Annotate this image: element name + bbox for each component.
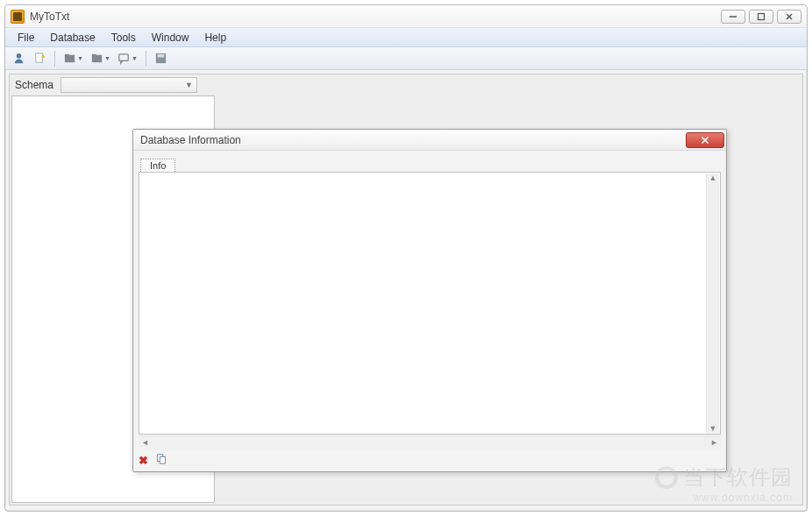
delete-button[interactable]: ✖ — [139, 454, 148, 467]
close-icon — [701, 136, 709, 145]
svg-rect-9 — [92, 54, 96, 57]
menu-window[interactable]: Window — [145, 30, 196, 46]
chevron-down-icon: ▼ — [185, 81, 193, 89]
svg-rect-7 — [65, 54, 69, 57]
svg-rect-5 — [35, 53, 42, 62]
scroll-up-icon: ▲ — [709, 173, 717, 182]
menu-database[interactable]: Database — [43, 30, 102, 46]
folder-icon — [63, 52, 76, 65]
app-icon — [11, 10, 25, 24]
chevron-down-icon: ▼ — [77, 55, 83, 61]
svg-rect-10 — [119, 54, 128, 61]
chevron-down-icon: ▼ — [104, 55, 110, 61]
tab-info[interactable]: Info — [140, 159, 175, 172]
database-information-dialog: Database Information Info ▲ ▼ ◄ ► ✖ — [132, 129, 727, 472]
dialog-footer: ✖ — [139, 452, 167, 468]
close-button[interactable] — [777, 10, 801, 24]
dialog-title: Database Information — [140, 134, 686, 146]
person-icon — [12, 52, 25, 65]
delete-icon: ✖ — [139, 454, 148, 467]
close-icon — [785, 12, 794, 21]
message-icon — [118, 52, 131, 65]
minimize-icon — [729, 12, 737, 21]
toolbar-disk-button[interactable] — [153, 51, 169, 67]
toolbar-query-button[interactable]: ▼ — [117, 51, 139, 67]
toolbar-connect-button[interactable] — [11, 51, 26, 67]
maximize-button[interactable] — [749, 10, 773, 24]
disk-icon — [154, 52, 167, 65]
toolbar-new-button[interactable] — [32, 51, 47, 67]
window-controls — [721, 10, 801, 24]
horizontal-scrollbar[interactable]: ◄ ► — [139, 435, 721, 449]
toolbar-separator — [54, 51, 55, 67]
svg-rect-16 — [160, 456, 165, 463]
scroll-down-icon: ▼ — [709, 424, 717, 433]
copy-icon — [155, 453, 167, 465]
scroll-right-icon: ► — [710, 438, 718, 447]
svg-point-4 — [16, 53, 21, 59]
chevron-down-icon: ▼ — [132, 55, 138, 61]
toolbar: ▼ ▼ ▼ — [5, 47, 807, 70]
folder-icon — [90, 52, 103, 65]
scroll-left-icon: ◄ — [141, 438, 149, 447]
schema-bar: Schema ▼ — [11, 76, 197, 94]
menubar: File Database Tools Window Help — [5, 28, 807, 47]
dialog-close-button[interactable] — [686, 132, 724, 148]
menu-tools[interactable]: Tools — [104, 30, 143, 46]
titlebar: MyToTxt — [5, 5, 807, 28]
schema-combobox[interactable]: ▼ — [61, 77, 197, 93]
document-sparkle-icon — [33, 52, 46, 65]
toolbar-separator — [146, 51, 146, 67]
svg-rect-12 — [158, 54, 165, 58]
dialog-titlebar: Database Information — [133, 130, 726, 151]
menu-help[interactable]: Help — [197, 30, 233, 46]
vertical-scrollbar[interactable]: ▲ ▼ — [706, 173, 719, 433]
menu-file[interactable]: File — [11, 30, 41, 46]
toolbar-folder-button[interactable]: ▼ — [62, 51, 84, 67]
tabstrip: Info — [139, 154, 721, 172]
app-title: MyToTxt — [30, 11, 721, 23]
info-text-panel[interactable]: ▲ ▼ — [139, 172, 721, 435]
schema-label: Schema — [11, 79, 57, 91]
minimize-button[interactable] — [721, 10, 745, 24]
svg-rect-1 — [759, 13, 765, 19]
maximize-icon — [757, 12, 766, 21]
toolbar-folder2-button[interactable]: ▼ — [89, 51, 111, 67]
dialog-body: Info ▲ ▼ ◄ ► — [139, 154, 721, 449]
copy-button[interactable] — [155, 453, 167, 468]
